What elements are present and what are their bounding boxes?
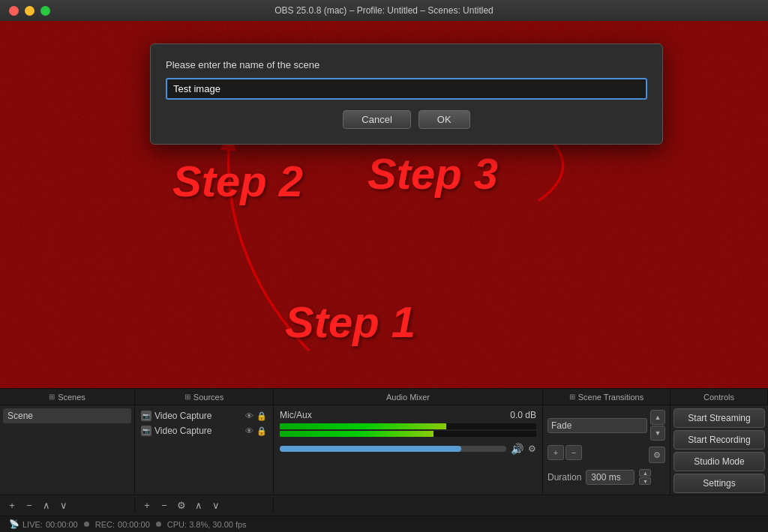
status-separator-dot2 — [156, 522, 161, 527]
minimize-button[interactable] — [25, 6, 34, 16]
sources-remove-button[interactable]: − — [157, 498, 172, 513]
sources-header-icon: ⊞ — [184, 393, 190, 401]
step2-label: Step 2 — [172, 156, 303, 206]
controls-header-label: Controls — [704, 393, 734, 402]
start-recording-button[interactable]: Start Recording — [674, 430, 765, 450]
duration-spinner: ▲ ▼ — [639, 469, 651, 485]
sources-up-button[interactable]: ∧ — [191, 498, 206, 513]
transitions-header-icon: ⊞ — [569, 393, 575, 401]
duration-label: Duration — [548, 472, 581, 483]
scenes-up-button[interactable]: ∧ — [39, 498, 54, 513]
audio-header-label: Audio Mixer — [386, 393, 430, 402]
audio-meter-fill-bottom — [280, 431, 434, 437]
transition-down-arrow[interactable]: ▼ — [650, 426, 665, 441]
scenes-header-icon: ⊞ — [49, 393, 55, 401]
duration-up-arrow[interactable]: ▲ — [639, 469, 651, 477]
start-streaming-button[interactable]: Start Streaming — [674, 408, 765, 428]
audio-fader-fill — [280, 446, 461, 452]
audio-meters — [280, 423, 536, 437]
duration-row: Duration ▲ ▼ — [548, 469, 665, 485]
panel-content: Scene 📷 Video Capture 👁 🔒 📷 Video Captur… — [0, 405, 768, 495]
rec-timer: 00:00:00 — [118, 520, 150, 529]
transitions-panel-header: ⊞ Scene Transitions — [543, 389, 670, 405]
close-button[interactable] — [9, 6, 19, 16]
rename-dialog: Please enter the name of the scene Cance… — [150, 43, 663, 145]
titlebar: OBS 25.0.8 (mac) – Profile: Untitled – S… — [0, 0, 768, 21]
audio-fader[interactable] — [280, 446, 506, 452]
transitions-panel: Fade ▲ ▼ + − ⚙ Duration — [543, 405, 670, 495]
cancel-button[interactable]: Cancel — [343, 110, 410, 129]
window-controls — [9, 6, 50, 16]
panel-toolbars: + − ∧ ∨ + − ⚙ ∧ ∨ — [0, 495, 768, 516]
source-eye-icon[interactable]: 👁 — [245, 426, 254, 435]
step1-label: Step 1 — [285, 297, 416, 347]
transition-add-button[interactable]: + — [548, 445, 564, 460]
controls-panel: Start Streaming Start Recording Studio M… — [670, 405, 768, 495]
rec-status: REC: 00:00:00 — [95, 520, 150, 529]
transition-remove-button[interactable]: − — [566, 445, 582, 460]
duration-input[interactable] — [586, 470, 634, 485]
studio-mode-button[interactable]: Studio Mode — [674, 452, 765, 471]
dialog-prompt: Please enter the name of the scene — [166, 59, 647, 70]
dialog-buttons: Cancel OK — [166, 110, 647, 129]
live-icon: 📡 — [9, 519, 20, 529]
audio-controls: 🔊 ⚙ — [280, 443, 536, 455]
scenes-remove-button[interactable]: − — [22, 498, 37, 513]
audio-db-value: 0.0 dB — [510, 410, 536, 420]
sources-panel-header: ⊞ Sources — [135, 389, 274, 405]
scene-item[interactable]: Scene — [3, 408, 131, 423]
step3-label: Step 3 — [368, 148, 498, 199]
source-eye-icon[interactable]: 👁 — [245, 411, 254, 420]
main-area: Please enter the name of the scene Cance… — [0, 21, 768, 532]
scenes-panel: Scene — [0, 405, 135, 495]
live-label: LIVE: — [22, 520, 43, 529]
status-separator-dot — [84, 522, 89, 527]
rec-label: REC: — [95, 520, 115, 529]
audio-meter-fill-top — [280, 423, 446, 429]
audio-mixer-panel: Mic/Aux 0.0 dB — [274, 405, 543, 495]
scenes-add-button[interactable]: + — [4, 498, 20, 513]
audio-panel-header: Audio Mixer — [274, 389, 543, 405]
sources-toolbar: + − ⚙ ∧ ∨ — [135, 498, 274, 513]
scenes-down-button[interactable]: ∨ — [56, 498, 71, 513]
sources-header-label: Sources — [194, 393, 224, 402]
source-item[interactable]: 📷 Video Capture 👁 🔒 — [138, 408, 270, 423]
source-video-icon: 📷 — [141, 426, 152, 436]
audio-meter-top — [280, 423, 536, 429]
transition-type-select[interactable]: Fade — [548, 418, 647, 433]
scenes-header-label: Scenes — [58, 393, 86, 402]
panel-headers: ⊞ Scenes ⊞ Sources Audio Mixer ⊞ Scene T… — [0, 389, 768, 405]
sources-down-button[interactable]: ∨ — [208, 498, 224, 513]
scenes-toolbar: + − ∧ ∨ — [0, 498, 135, 513]
audio-meter-bottom — [280, 431, 536, 437]
preview-area: Please enter the name of the scene Cance… — [0, 21, 768, 388]
settings-button[interactable]: Settings — [674, 474, 765, 493]
live-status: 📡 LIVE: 00:00:00 — [9, 519, 78, 529]
window-title: OBS 25.0.8 (mac) – Profile: Untitled – S… — [274, 5, 493, 16]
sources-settings-button[interactable]: ⚙ — [174, 498, 189, 513]
source-lock-icon[interactable]: 🔒 — [256, 411, 267, 421]
transition-select-row: Fade ▲ ▼ — [548, 410, 665, 441]
audio-track: Mic/Aux 0.0 dB — [280, 410, 536, 455]
transition-up-arrow[interactable]: ▲ — [650, 410, 665, 425]
ok-button[interactable]: OK — [418, 110, 470, 129]
sources-add-button[interactable]: + — [140, 498, 154, 513]
scene-name-input[interactable] — [166, 78, 647, 100]
transition-toolbar: + − — [548, 445, 582, 460]
audio-track-label: Mic/Aux — [280, 410, 312, 420]
duration-down-arrow[interactable]: ▼ — [639, 477, 651, 485]
transition-gear-button[interactable]: ⚙ — [649, 447, 665, 463]
cpu-status: CPU: 3.8%, 30.00 fps — [167, 520, 247, 529]
audio-mute-icon[interactable]: 🔊 — [511, 443, 524, 455]
source-lock-icon[interactable]: 🔒 — [256, 426, 267, 436]
maximize-button[interactable] — [40, 6, 50, 16]
status-bar: 📡 LIVE: 00:00:00 REC: 00:00:00 CPU: 3.8%… — [0, 516, 768, 532]
transitions-header-label: Scene Transitions — [578, 393, 644, 402]
source-item[interactable]: 📷 Video Capture 👁 🔒 — [138, 423, 270, 438]
bottom-panel: ⊞ Scenes ⊞ Sources Audio Mixer ⊞ Scene T… — [0, 388, 768, 516]
live-timer: 00:00:00 — [46, 520, 78, 529]
source-video-icon: 📷 — [141, 411, 152, 421]
scenes-panel-header: ⊞ Scenes — [0, 389, 135, 405]
audio-settings-icon[interactable]: ⚙ — [528, 444, 536, 454]
cpu-label: CPU: 3.8%, 30.00 fps — [167, 520, 247, 529]
